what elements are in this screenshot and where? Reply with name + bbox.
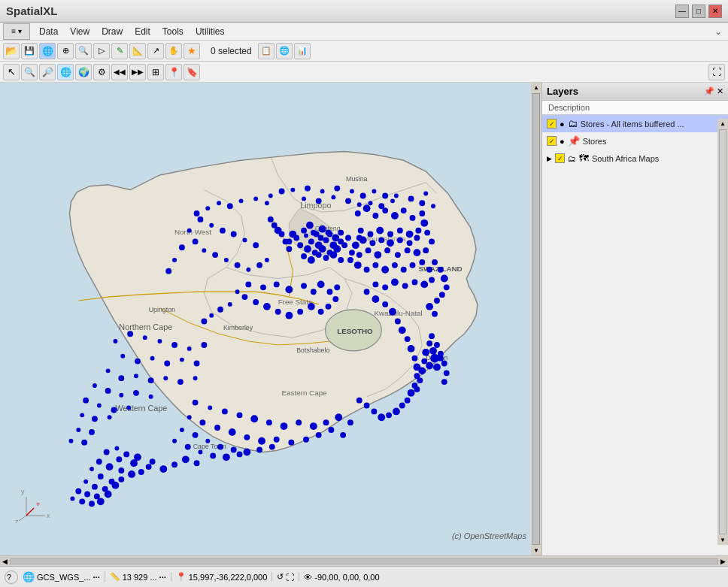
layers-scroll-thumb[interactable] — [719, 129, 726, 534]
svg-point-312 — [354, 262, 362, 269]
route-button[interactable]: ↗ — [147, 43, 164, 59]
menu-edit[interactable]: Edit — [129, 25, 156, 38]
svg-point-87 — [194, 210, 200, 216]
export-excel-button[interactable]: 📊 — [294, 43, 311, 59]
grid-button[interactable]: ⊞ — [147, 64, 164, 80]
settings-button[interactable]: ⚙ — [93, 64, 110, 80]
layer-checkbox-sa-maps[interactable] — [555, 153, 565, 163]
globe-button[interactable]: 🌐 — [39, 43, 56, 59]
svg-point-328 — [432, 259, 438, 265]
svg-point-194 — [133, 390, 139, 396]
open-button[interactable]: 📂 — [3, 43, 20, 59]
pointer-button[interactable]: ▷ — [93, 43, 110, 59]
layer-expand-arrow[interactable]: ▶ — [547, 155, 552, 162]
svg-point-240 — [185, 444, 191, 450]
layer-item-sa-maps[interactable]: ▶ 🗂 🗺 South Africa Maps — [542, 150, 728, 167]
svg-point-274 — [71, 496, 75, 501]
layer-globe-button[interactable]: 🌍 — [75, 64, 92, 80]
maximize-map-button[interactable]: ⛶ — [708, 64, 725, 80]
svg-point-65 — [350, 189, 354, 194]
zoom-in-button[interactable]: 🔍 — [21, 64, 38, 80]
svg-point-140 — [408, 345, 415, 353]
scale-icon: 📏 — [110, 572, 120, 582]
hscroll-left-arrow[interactable]: ◀ — [0, 558, 10, 565]
menu-data[interactable]: Data — [33, 25, 64, 38]
layer-item-buffered[interactable]: ● 🗂 Stores - All items buffered ... — [542, 115, 728, 132]
full-globe-button[interactable]: 🌐 — [57, 64, 74, 80]
svg-point-59 — [271, 222, 278, 228]
scale-more-button[interactable]: ··· — [159, 573, 166, 582]
layer-checkbox-stores[interactable] — [547, 136, 557, 146]
svg-point-80 — [369, 201, 373, 205]
svg-point-301 — [424, 230, 430, 236]
zoom-out-button[interactable]: 🔎 — [39, 64, 56, 80]
select-circle-button[interactable]: ⊕ — [57, 43, 74, 59]
svg-point-114 — [311, 289, 317, 295]
identify-button[interactable]: 🔍 — [75, 43, 92, 59]
export-globe-button[interactable]: 🌐 — [276, 43, 293, 59]
draw-button[interactable]: ✎ — [111, 43, 128, 59]
svg-point-94 — [231, 231, 237, 238]
svg-point-330 — [441, 275, 448, 283]
svg-point-159 — [414, 386, 420, 392]
crs-label: GCS_WGS_... — [37, 573, 91, 582]
star-button[interactable]: ★ — [184, 43, 200, 59]
menu-view[interactable]: View — [64, 25, 96, 38]
save-button[interactable]: 💾 — [21, 43, 38, 59]
maximize-button[interactable]: □ — [692, 5, 705, 18]
layers-vscroll[interactable]: ▲ ▼ — [717, 119, 728, 545]
svg-point-307 — [384, 247, 390, 253]
pan-button[interactable]: ✋ — [165, 43, 182, 59]
scroll-down-arrow[interactable]: ▼ — [532, 546, 541, 555]
layers-scroll-down[interactable]: ▼ — [718, 535, 727, 545]
menu-dropdown[interactable]: ≡ ▾ — [3, 23, 30, 40]
hscroll-right-arrow[interactable]: ▶ — [718, 558, 728, 565]
measure-button[interactable]: 📐 — [129, 43, 146, 59]
menu-draw[interactable]: Draw — [96, 25, 129, 38]
svg-point-220 — [199, 419, 205, 425]
svg-point-62 — [305, 186, 311, 192]
table-button[interactable]: 📋 — [258, 43, 275, 59]
menu-expand-icon[interactable]: ⌄ — [714, 26, 725, 37]
scroll-up-arrow[interactable]: ▲ — [532, 83, 541, 92]
svg-point-275 — [79, 498, 85, 504]
svg-point-121 — [263, 303, 271, 310]
menu-tools[interactable]: Tools — [156, 25, 190, 38]
crs-more-button[interactable]: ··· — [93, 573, 100, 582]
back-button[interactable]: ◀◀ — [111, 64, 128, 80]
hscroll-track[interactable] — [10, 558, 718, 564]
svg-point-53 — [329, 251, 337, 259]
toolbar2: ↖ 🔍 🔎 🌐 🌍 ⚙ ◀◀ ▶▶ ⊞ 📍 🔖 ⛶ — [0, 62, 728, 83]
svg-point-236 — [243, 449, 250, 456]
map-pin-button[interactable]: 📍 — [165, 64, 182, 80]
map-hscroll[interactable]: ◀ ▶ — [0, 555, 728, 566]
svg-point-107 — [172, 258, 177, 262]
svg-point-279 — [363, 204, 371, 212]
close-button[interactable]: ✕ — [708, 5, 722, 18]
status-help[interactable]: ? — [5, 570, 18, 584]
svg-point-204 — [89, 429, 95, 435]
svg-point-283 — [401, 207, 407, 213]
forward-button[interactable]: ▶▶ — [129, 64, 146, 80]
scroll-thumb[interactable] — [532, 93, 540, 545]
status-scale: 📏 13 929 ... ··· — [110, 572, 171, 582]
menu-utilities[interactable]: Utilities — [190, 25, 231, 38]
svg-point-326 — [382, 284, 388, 290]
layers-scroll-up[interactable]: ▲ — [718, 119, 727, 129]
arrow-tool[interactable]: ↖ — [3, 64, 20, 80]
map-vscroll[interactable]: ▲ ▼ — [531, 83, 541, 555]
nav-maximize-button[interactable]: ⛶ — [286, 573, 294, 582]
layers-header: Layers 📌 ✕ — [542, 83, 728, 101]
map-container[interactable]: Limpopo North West Mpumalanga SWAZILAND … — [0, 83, 541, 555]
svg-point-150 — [378, 413, 385, 421]
svg-point-147 — [399, 403, 405, 409]
svg-point-322 — [420, 280, 428, 288]
nav-rotate-button[interactable]: ↺ — [277, 572, 284, 582]
layers-close-button[interactable]: ✕ — [717, 86, 723, 96]
bookmark-button[interactable]: 🔖 — [184, 64, 200, 80]
layer-item-stores[interactable]: ● 📌 Stores — [542, 132, 728, 150]
layer-checkbox-buffered[interactable] — [547, 119, 557, 129]
minimize-button[interactable]: — — [675, 5, 689, 18]
layers-pin-button[interactable]: 📌 — [704, 86, 714, 96]
svg-point-106 — [179, 244, 185, 250]
